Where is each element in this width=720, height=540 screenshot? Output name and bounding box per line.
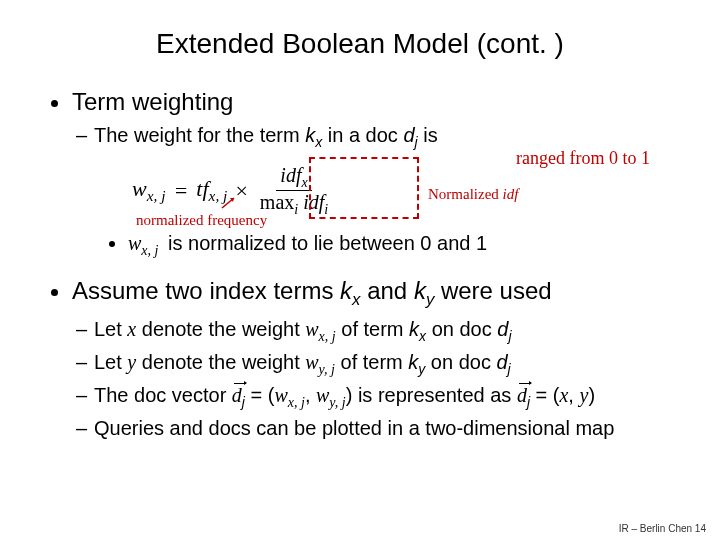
l3-mid: is represented as bbox=[352, 384, 517, 406]
doc-vector: The doc vector dj = (wx, j, wy, j) is re… bbox=[94, 384, 680, 411]
l1-w: wx, j bbox=[305, 318, 335, 340]
normalized-idf-label: Normalized idf bbox=[428, 186, 518, 203]
l1-mid: denote the weight bbox=[136, 318, 305, 340]
l3-wys: w bbox=[316, 384, 329, 406]
l3-eq: = ( bbox=[245, 384, 274, 406]
l3-wyss: y, j bbox=[329, 395, 345, 410]
s1-d: d bbox=[403, 124, 414, 146]
b2-kx-k: k bbox=[340, 277, 352, 304]
l2-of: of term bbox=[335, 351, 408, 373]
l3-wxs: w bbox=[274, 384, 287, 406]
slide-footer: IR – Berlin Chen 14 bbox=[619, 523, 706, 534]
wss: x, j bbox=[141, 243, 158, 258]
ws: w bbox=[128, 232, 141, 254]
normalize-line: wx, j is normalized to lie between 0 and… bbox=[128, 232, 680, 259]
f-tf-t: tf bbox=[196, 176, 208, 201]
f-frac: idfx maxi idfi bbox=[256, 164, 332, 218]
l4: Queries and docs can be plotted in a two… bbox=[94, 417, 614, 439]
l3-close2: ) bbox=[588, 384, 595, 406]
slide: Extended Boolean Model (cont. ) Term wei… bbox=[0, 0, 720, 540]
let-x: Let x denote the weight wx, j of term kx… bbox=[94, 318, 680, 345]
sublist-2: Let x denote the weight wx, j of term kx… bbox=[72, 318, 680, 440]
l3-wxss: x, j bbox=[288, 395, 305, 410]
f-den: maxi idfi bbox=[256, 191, 332, 217]
bullet-assume: Assume two index terms kx and ky were us… bbox=[72, 277, 680, 440]
bullet-term-weighting: Term weighting The weight for the term k… bbox=[72, 88, 680, 150]
f-num-sub: x bbox=[301, 175, 307, 190]
norm-text: is normalized to lie between 0 and 1 bbox=[158, 232, 487, 254]
l1-wss: x, j bbox=[319, 329, 336, 344]
l2-j: j bbox=[508, 361, 511, 377]
bullet-list-1: Term weighting The weight for the term k… bbox=[48, 88, 680, 150]
l3-wx: wx, j bbox=[274, 384, 304, 406]
b1-heading: Term weighting bbox=[72, 88, 233, 115]
l1-x: x bbox=[127, 318, 136, 340]
formula-block: wx, j = tfx, j × idfx maxi idfi ranged f… bbox=[76, 160, 680, 226]
l2-on: on doc bbox=[425, 351, 496, 373]
let-y: Let y denote the weight wy, j of term ky… bbox=[94, 351, 680, 378]
f-wsub: x, j bbox=[147, 188, 166, 205]
b2-and: and bbox=[360, 277, 413, 304]
s1-k: k bbox=[305, 124, 315, 146]
l3-d2: d bbox=[517, 384, 527, 406]
l2-d: d bbox=[496, 351, 507, 373]
f-den-idf: idf bbox=[298, 191, 324, 213]
l3-dvec2: d bbox=[517, 384, 527, 406]
f-tf-sub: x, j bbox=[209, 188, 228, 205]
f-num-idf: idf bbox=[280, 164, 301, 186]
f-times: × bbox=[235, 178, 247, 204]
l2-w: wy, j bbox=[305, 351, 335, 373]
s1-mid: in a doc bbox=[322, 124, 403, 146]
l3-wy: wy, j bbox=[316, 384, 346, 406]
l1-of: of term bbox=[336, 318, 409, 340]
l2-k: k bbox=[408, 351, 418, 373]
f-eq: = bbox=[174, 178, 189, 204]
f-tf: tfx, j bbox=[196, 176, 227, 205]
normalized-frequency-label: normalized frequency bbox=[136, 212, 267, 229]
l2-wss: y, j bbox=[319, 362, 335, 377]
l3-eq2: = ( bbox=[530, 384, 559, 406]
b2-ky-y: y bbox=[426, 290, 434, 309]
b2-ky-k: k bbox=[414, 277, 426, 304]
slide-title: Extended Boolean Model (cont. ) bbox=[40, 28, 680, 60]
f-den-isub: i bbox=[324, 202, 328, 217]
l3-d: d bbox=[232, 384, 242, 406]
wxj-sym: wx, j bbox=[128, 232, 158, 254]
l3-c: , bbox=[305, 384, 316, 406]
l3-dvec: d bbox=[232, 384, 242, 406]
queries-docs: Queries and docs can be plotted in a two… bbox=[94, 417, 680, 440]
l1-k: k bbox=[409, 318, 419, 340]
l1-ws: w bbox=[305, 318, 318, 340]
f-w: w bbox=[132, 176, 147, 201]
s1-post: is bbox=[418, 124, 438, 146]
l1-d: d bbox=[497, 318, 508, 340]
bullet-list-2: Assume two index terms kx and ky were us… bbox=[48, 277, 680, 440]
l2-ws: w bbox=[305, 351, 318, 373]
nidf-it: idf bbox=[503, 186, 519, 202]
s1-pre: The weight for the term bbox=[94, 124, 305, 146]
l3-pre: The doc vector bbox=[94, 384, 232, 406]
l2-mid: denote the weight bbox=[136, 351, 305, 373]
b2-post: were used bbox=[434, 277, 551, 304]
formula: wx, j = tfx, j × idfx maxi idfi bbox=[132, 164, 332, 218]
nidf-pre: Normalized bbox=[428, 186, 503, 202]
f-num: idfx bbox=[276, 164, 311, 191]
l1-j: j bbox=[508, 328, 511, 344]
l3-c2: , bbox=[568, 384, 579, 406]
b2-pre: Assume two index terms bbox=[72, 277, 340, 304]
range-note: ranged from 0 to 1 bbox=[516, 148, 650, 169]
l1-let: Let bbox=[94, 318, 127, 340]
l2-let: Let bbox=[94, 351, 127, 373]
f-lhs: wx, j bbox=[132, 176, 166, 205]
f-den-max: max bbox=[260, 191, 294, 213]
l1-on: on doc bbox=[426, 318, 497, 340]
sub-weight-def: The weight for the term kx in a doc dj i… bbox=[94, 124, 680, 150]
l2-y: y bbox=[127, 351, 136, 373]
sublist-1: The weight for the term kx in a doc dj i… bbox=[72, 124, 680, 150]
sublist-normalize: wx, j is normalized to lie between 0 and… bbox=[100, 232, 680, 259]
